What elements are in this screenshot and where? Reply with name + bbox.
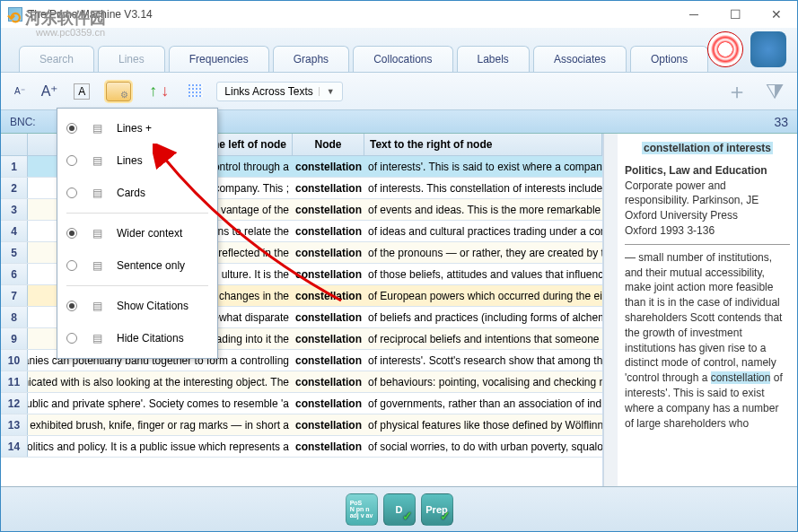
view-mode-menu[interactable]: ▤Lines +▤Lines▤Cards▤Wider context▤Sente…	[57, 108, 218, 359]
tab-associates[interactable]: Associates	[533, 46, 627, 72]
d-button[interactable]: D	[383, 493, 416, 526]
row-right: of beliefs and practices (including form…	[364, 311, 602, 324]
menu-item-sentence-only[interactable]: ▤Sentence only	[57, 249, 217, 282]
row-right: of physical features like those defined …	[364, 419, 602, 432]
row-right: of behaviours: pointing, vocalising and …	[364, 376, 602, 388]
row-node: constellation	[293, 397, 364, 410]
table-row[interactable]: 11unicated with is also looking at the i…	[1, 371, 602, 393]
context-title: constellation of interests	[625, 141, 790, 156]
font-style-button[interactable]: A	[69, 79, 94, 104]
corpus-label: BNC:	[10, 116, 36, 128]
row-right: of reciprocal beliefs and intentions tha…	[364, 333, 602, 345]
menu-separator	[66, 213, 208, 214]
menu-item-cards[interactable]: ▤Cards	[57, 177, 217, 209]
view-mode-button[interactable]	[101, 77, 136, 106]
row-node: constellation	[293, 354, 364, 367]
chevron-down-icon: ▼	[319, 87, 335, 96]
menu-item-show-citations[interactable]: ▤Show Citations	[57, 290, 217, 322]
row-right: of events and ideas. This is the more re…	[364, 204, 602, 216]
add-button[interactable]: ＋	[722, 73, 752, 110]
row-right: of the pronouns — or rather, they are cr…	[364, 247, 602, 259]
radio-icon	[66, 123, 77, 134]
status-bar: PoSN pn nadj v av D Prep	[1, 486, 797, 531]
toolbar: A⁻ A⁺ A ↑↓ Links Across Texts ▼ ＋ ⧩	[1, 73, 797, 110]
menu-item-lines-[interactable]: ▤Lines +	[57, 112, 217, 144]
result-count: 33	[774, 115, 788, 129]
row-node: constellation	[293, 311, 364, 324]
context-panel: constellation of interests Politics, Law…	[618, 134, 797, 486]
tab-search[interactable]: Search	[19, 46, 94, 72]
site-watermark: ⟲ 河东软件园	[7, 7, 106, 29]
menu-item-label: Show Citations	[117, 300, 189, 312]
minimize-button[interactable]: ─	[673, 1, 715, 28]
menu-item-hide-citations[interactable]: ▤Hide Citations	[57, 322, 217, 354]
row-left: e public and private sphere'. Society co…	[28, 397, 293, 410]
row-node: constellation	[293, 333, 364, 345]
menu-separator	[66, 285, 208, 286]
tab-frequencies[interactable]: Frequencies	[169, 46, 269, 72]
scrollbar[interactable]	[603, 134, 618, 486]
radio-icon	[66, 301, 77, 311]
row-right: of interests'. This is said to exist whe…	[364, 161, 602, 173]
row-number: 11	[1, 371, 28, 392]
menu-item-lines[interactable]: ▤Lines	[57, 144, 217, 177]
row-node: constellation	[293, 268, 364, 281]
filter-button[interactable]: ⧩	[761, 73, 788, 110]
tab-collocations[interactable]: Collocations	[353, 46, 452, 72]
row-node: constellation	[293, 290, 364, 302]
row-number: 10	[1, 350, 28, 371]
site-watermark-url: www.pc0359.cn	[36, 27, 105, 38]
links-dropdown[interactable]: Links Across Texts ▼	[216, 82, 342, 101]
radio-icon	[66, 228, 77, 239]
row-number: 8	[1, 307, 28, 327]
tab-options[interactable]: Options	[630, 46, 708, 72]
pos-button[interactable]: PoSN pn nadj v av	[346, 493, 378, 526]
lines-icon: ▤	[86, 152, 108, 170]
table-row[interactable]: 13t; exhibited brush, knife, finger or r…	[1, 414, 602, 436]
radio-icon	[66, 155, 77, 166]
row-right: of governments, rather than an associati…	[364, 397, 602, 410]
row-right: of ideas and cultural practices trading …	[364, 225, 602, 238]
tab-lines[interactable]: Lines	[98, 46, 165, 72]
menu-item-label: Lines +	[117, 122, 152, 135]
font-larger-button[interactable]: A⁺	[37, 78, 63, 104]
maximize-button[interactable]: ☐	[715, 1, 756, 28]
row-node: constellation	[293, 440, 364, 453]
row-right: of European powers which occurred during…	[364, 290, 602, 302]
sentence-icon: ▤	[86, 257, 108, 275]
columns-button[interactable]	[182, 78, 209, 105]
menu-item-label: Hide Citations	[117, 332, 184, 344]
links-dropdown-label: Links Across Texts	[224, 85, 312, 98]
font-smaller-button[interactable]: A⁻	[10, 82, 30, 100]
radio-icon	[66, 188, 77, 198]
tab-labels[interactable]: Labels	[457, 46, 530, 72]
globe-icon[interactable]	[750, 31, 786, 67]
header-right: Text to the right of node	[364, 134, 602, 155]
menu-item-wider-context[interactable]: ▤Wider context	[57, 217, 217, 249]
row-right: of interests. This constellation of inte…	[364, 182, 602, 195]
row-node: constellation	[293, 161, 364, 173]
close-button[interactable]: ✕	[756, 1, 797, 28]
row-node: constellation	[293, 247, 364, 259]
row-number: 6	[1, 264, 28, 284]
help-icon[interactable]	[707, 31, 743, 67]
table-row[interactable]: 12e public and private sphere'. Society …	[1, 393, 602, 414]
window-title: The Prime Machine V3.14	[28, 8, 673, 21]
row-number: 9	[1, 328, 28, 349]
menu-item-label: Cards	[117, 187, 145, 199]
header-node: Node	[293, 134, 364, 155]
sort-button[interactable]: ↑↓	[143, 75, 175, 108]
cards-icon: ▤	[86, 184, 108, 202]
menu-item-label: Wider context	[117, 227, 182, 240]
row-left: t; exhibited brush, knife, finger or rag…	[28, 419, 293, 432]
tab-graphs[interactable]: Graphs	[273, 46, 349, 72]
row-left: r politics and policy. It is a public is…	[28, 440, 293, 453]
table-row[interactable]: 14r politics and policy. It is a public …	[1, 436, 602, 458]
prep-button[interactable]: Prep	[421, 493, 453, 526]
row-node: constellation	[293, 376, 364, 388]
row-left: unicated with is also looking at the int…	[28, 376, 293, 388]
context-meta: Politics, Law and Education Corporate po…	[625, 163, 790, 245]
row-node: constellation	[293, 204, 364, 216]
row-number: 13	[1, 414, 28, 435]
lines-plus-icon: ▤	[86, 119, 108, 137]
